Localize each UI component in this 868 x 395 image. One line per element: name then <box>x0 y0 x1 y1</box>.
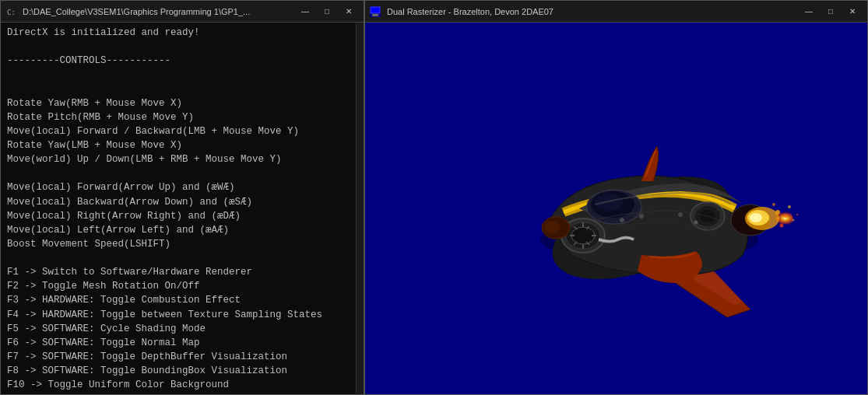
rasterizer-window-controls: — □ ✕ <box>799 5 863 19</box>
rasterizer-close-button[interactable]: ✕ <box>842 5 863 19</box>
rasterizer-maximize-button[interactable]: □ <box>821 5 841 19</box>
console-content-area: DirectX is initialized and ready! ------… <box>1 23 364 394</box>
console-maximize-button[interactable]: □ <box>317 5 337 19</box>
svg-point-37 <box>796 214 798 216</box>
rasterizer-window: Dual Rasterizer - Brazelton, Devon 2DAE0… <box>364 0 868 395</box>
svg-point-32 <box>784 215 787 218</box>
svg-point-40 <box>544 221 560 233</box>
console-minimize-button[interactable]: — <box>295 5 315 19</box>
console-title: D:\DAE_College\V3SEM1\Graphics Programmi… <box>23 7 292 16</box>
svg-point-36 <box>772 203 775 206</box>
svg-point-41 <box>620 218 624 222</box>
console-scrollbar[interactable] <box>356 23 364 394</box>
svg-point-33 <box>788 205 791 208</box>
svg-point-30 <box>750 213 762 222</box>
svg-point-14 <box>571 227 595 244</box>
console-close-button[interactable]: ✕ <box>339 5 359 19</box>
console-window-controls: — □ ✕ <box>295 5 359 19</box>
console-titlebar: C: D:\DAE_College\V3SEM1\Graphics Progra… <box>1 1 364 23</box>
rasterizer-window-icon <box>370 6 381 17</box>
svg-point-35 <box>792 219 794 222</box>
spaceship-model <box>486 84 797 333</box>
svg-point-11 <box>595 194 623 211</box>
svg-point-42 <box>639 215 643 218</box>
rasterizer-viewport <box>365 23 867 394</box>
svg-point-44 <box>694 221 698 224</box>
rasterizer-minimize-button[interactable]: — <box>799 5 819 19</box>
console-output: DirectX is initialized and ready! ------… <box>1 23 356 394</box>
svg-rect-3 <box>371 7 380 13</box>
svg-point-34 <box>779 224 783 228</box>
svg-point-31 <box>775 210 780 215</box>
console-window-icon: C: <box>5 6 16 17</box>
svg-point-43 <box>678 213 682 217</box>
rasterizer-titlebar: Dual Rasterizer - Brazelton, Devon 2DAE0… <box>365 1 867 23</box>
console-window: C: D:\DAE_College\V3SEM1\Graphics Progra… <box>0 0 364 395</box>
svg-text:C:: C: <box>7 9 16 16</box>
svg-rect-4 <box>372 14 378 16</box>
rasterizer-title: Dual Rasterizer - Brazelton, Devon 2DAE0… <box>387 7 796 16</box>
